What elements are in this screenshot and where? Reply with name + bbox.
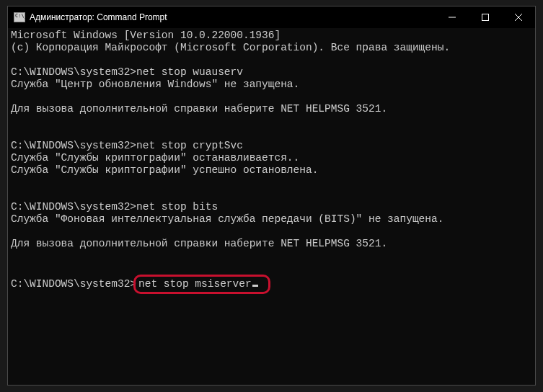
- text-cursor: [252, 285, 258, 287]
- maximize-icon: [482, 14, 489, 21]
- response: Служба "Фоновая интеллектуальная служба …: [11, 213, 443, 225]
- response: Служба "Центр обновления Windows" не зап…: [11, 79, 299, 90]
- command: net stop cryptSvc: [136, 140, 243, 151]
- minimize-button[interactable]: [436, 6, 469, 28]
- command: net stop bits: [136, 201, 218, 213]
- prompt: C:\WINDOWS\system32>: [11, 201, 136, 213]
- minimize-icon: [449, 14, 456, 21]
- version-line: Microsoft Windows [Version 10.0.22000.19…: [11, 30, 281, 41]
- prompt: C:\WINDOWS\system32>: [11, 140, 136, 151]
- command: net stop wuauserv: [136, 66, 243, 78]
- titlebar[interactable]: Администратор: Command Prompt: [8, 6, 535, 28]
- command-prompt-window: Администратор: Command Prompt Microsoft …: [7, 6, 536, 386]
- command: net stop msiserver: [138, 278, 252, 290]
- svg-rect-1: [482, 14, 489, 21]
- prompt: C:\WINDOWS\system32>: [11, 278, 136, 290]
- copyright-line: (c) Корпорация Майкрософт (Microsoft Cor…: [11, 42, 450, 53]
- titlebar-left: Администратор: Command Prompt: [8, 12, 436, 22]
- cmd-icon: [14, 12, 25, 22]
- highlighted-command-box: net stop msiserver: [133, 275, 270, 294]
- maximize-button[interactable]: [469, 6, 502, 28]
- prompt: C:\WINDOWS\system32>: [11, 66, 136, 78]
- window-controls: [436, 6, 535, 28]
- response: Служба "Службы криптографии" останавлива…: [11, 152, 299, 164]
- terminal-output[interactable]: Microsoft Windows [Version 10.0.22000.19…: [8, 28, 535, 385]
- help-line: Для вызова дополнительной справки набери…: [11, 238, 387, 249]
- close-icon: [515, 14, 522, 21]
- window-title: Администратор: Command Prompt: [30, 12, 167, 22]
- close-button[interactable]: [502, 6, 535, 28]
- response: Служба "Службы криптографии" успешно ост…: [11, 164, 318, 176]
- help-line: Для вызова дополнительной справки набери…: [11, 103, 387, 115]
